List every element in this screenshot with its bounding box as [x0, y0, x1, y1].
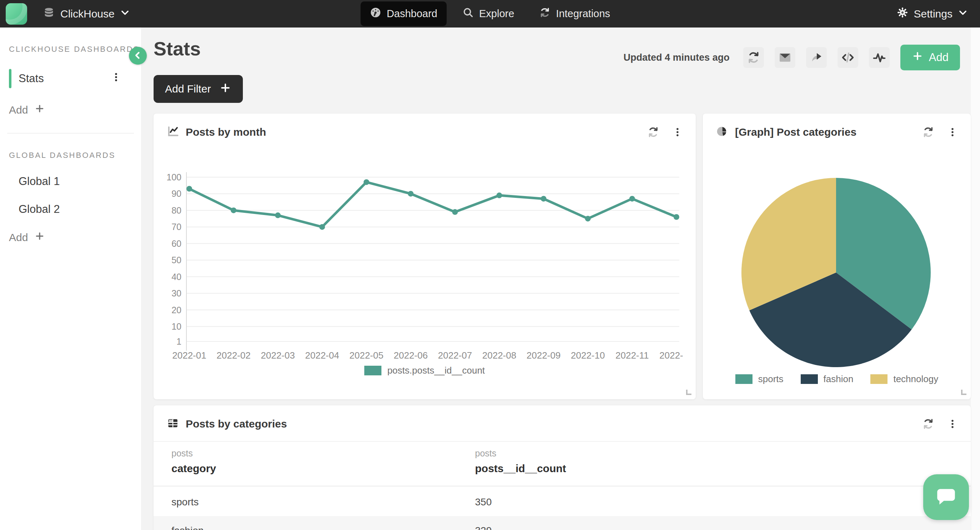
- embed-code-button[interactable]: [837, 47, 858, 68]
- svg-text:10: 10: [172, 322, 181, 331]
- activity-pulse-button[interactable]: [869, 47, 889, 68]
- card-header: [Graph] Post categories: [703, 113, 971, 139]
- posts-by-month-chart: 10090807060504030201012022-012022-022022…: [166, 143, 683, 364]
- top-navigation-bar: ClickHouse Dashboard Explore Integration…: [0, 0, 980, 27]
- cell-category: fashion: [172, 525, 204, 530]
- sidebar-section-title: GLOBAL DASHBOARDS: [9, 151, 141, 160]
- share-button[interactable]: [806, 47, 827, 68]
- svg-text:60: 60: [172, 239, 181, 248]
- refresh-widget-button[interactable]: [922, 126, 934, 138]
- sidebar-item-label: Stats: [19, 72, 44, 85]
- table-icon: [166, 417, 179, 431]
- svg-text:2022-11: 2022-11: [616, 350, 649, 361]
- svg-text:2022-12: 2022-12: [659, 350, 683, 361]
- add-widget-label: Add: [929, 51, 948, 64]
- pie-slices[interactable]: [741, 178, 931, 367]
- data-points[interactable]: [186, 179, 679, 230]
- plus-icon: [219, 82, 231, 96]
- gauge-icon: [370, 7, 382, 21]
- svg-text:2022-02: 2022-02: [216, 350, 250, 361]
- legend-swatch: [870, 374, 888, 384]
- pie-chart-legend-item: technology: [870, 374, 938, 385]
- legend-label: sports: [758, 374, 784, 385]
- table-row: sports 350: [154, 486, 971, 516]
- nav-tab-integrations[interactable]: Integrations: [530, 2, 620, 26]
- svg-text:1: 1: [177, 336, 181, 347]
- posts-by-month-card: Posts by month 1009080706050403020101202…: [154, 113, 696, 399]
- chevron-down-icon: [958, 8, 968, 20]
- svg-text:2022-09: 2022-09: [527, 350, 560, 361]
- sync-icon: [539, 7, 551, 21]
- svg-text:80: 80: [172, 205, 181, 215]
- settings-menu[interactable]: Settings: [896, 0, 968, 27]
- svg-text:20: 20: [172, 305, 181, 315]
- card-title: Posts by month: [186, 126, 266, 138]
- kebab-menu-icon[interactable]: [947, 127, 958, 137]
- sidebar-item-stats[interactable]: Stats: [9, 69, 132, 88]
- add-filter-button[interactable]: Add Filter: [154, 75, 243, 103]
- add-label: Add: [9, 104, 28, 116]
- pie-chart-legend-item: sports: [735, 374, 784, 385]
- svg-text:2022-01: 2022-01: [172, 350, 206, 361]
- add-widget-button[interactable]: Add: [900, 45, 960, 70]
- card-title: Posts by categories: [186, 418, 287, 430]
- svg-text:100: 100: [166, 172, 181, 182]
- kebab-menu-icon[interactable]: [111, 72, 121, 85]
- y-tick-labels: 1009080706050403020101: [166, 172, 181, 347]
- refresh-dashboard-button[interactable]: [743, 47, 764, 68]
- kebab-menu-icon[interactable]: [672, 127, 683, 137]
- resize-handle[interactable]: [961, 390, 966, 395]
- sidebar-item-global-1[interactable]: Global 1: [19, 175, 132, 188]
- column-header-category: category: [172, 463, 216, 475]
- resize-handle[interactable]: [686, 390, 691, 395]
- svg-text:2022-08: 2022-08: [482, 350, 516, 361]
- line-chart-legend: posts.posts__id__count: [154, 365, 696, 376]
- kebab-menu-icon[interactable]: [947, 419, 958, 429]
- sidebar-section-title: CLICKHOUSE DASHBOARDS: [9, 45, 141, 54]
- collapse-sidebar-button[interactable]: [129, 47, 147, 65]
- add-global-dashboard-button[interactable]: Add: [9, 231, 141, 244]
- svg-text:2022-05: 2022-05: [349, 350, 383, 361]
- main-nav: Dashboard Explore Integrations: [361, 0, 620, 27]
- svg-text:2022-10: 2022-10: [571, 350, 605, 361]
- x-axis-labels: 2022-012022-022022-032022-042022-052022-…: [172, 350, 683, 361]
- svg-text:2022-07: 2022-07: [438, 350, 472, 361]
- refresh-widget-button[interactable]: [647, 126, 659, 138]
- table-divider: [154, 441, 971, 442]
- dashboards-sidebar: CLICKHOUSE DASHBOARDS Stats Add GLOBAL D…: [0, 27, 141, 530]
- post-categories-card: [Graph] Post categories sportsfashiontec…: [703, 113, 971, 399]
- plus-icon: [912, 50, 923, 65]
- column-group-label: posts: [172, 448, 193, 458]
- post-categories-pie-chart: [716, 143, 958, 372]
- nav-tab-explore[interactable]: Explore: [453, 2, 523, 26]
- pie-chart-legend: sportsfashiontechnology: [703, 374, 971, 385]
- legend-swatch: [735, 374, 752, 384]
- page-title: Stats: [154, 38, 201, 60]
- legend-label: technology: [893, 374, 938, 385]
- nav-tab-label: Dashboard: [387, 8, 438, 20]
- column-header-count: posts__id__count: [475, 463, 566, 475]
- sidebar-item-label: Global 1: [19, 175, 60, 188]
- active-indicator-bar: [9, 69, 11, 88]
- cell-count: 329: [475, 525, 492, 530]
- chat-widget-button[interactable]: [923, 474, 969, 520]
- refresh-widget-button[interactable]: [922, 418, 934, 430]
- sidebar-item-global-2[interactable]: Global 2: [19, 203, 132, 216]
- legend-label: fashion: [824, 374, 854, 385]
- database-switcher[interactable]: ClickHouse: [43, 6, 130, 21]
- series-line: [189, 182, 676, 227]
- nav-tab-dashboard[interactable]: Dashboard: [361, 2, 447, 26]
- sidebar-item-label: Global 2: [19, 203, 60, 216]
- svg-text:2022-06: 2022-06: [394, 350, 428, 361]
- updated-timestamp: Updated 4 minutes ago: [624, 52, 730, 63]
- sidebar-divider: [7, 133, 134, 134]
- email-report-button[interactable]: [775, 47, 795, 68]
- scrollbar-track[interactable]: [971, 27, 980, 530]
- line-chart-legend-item: posts.posts__id__count: [364, 365, 485, 376]
- add-dashboard-button[interactable]: Add: [9, 103, 141, 116]
- legend-swatch: [364, 366, 382, 376]
- cell-count: 350: [475, 497, 492, 508]
- database-icon: [43, 6, 55, 21]
- line-chart-icon: [166, 125, 179, 139]
- column-group-label: posts: [475, 448, 496, 458]
